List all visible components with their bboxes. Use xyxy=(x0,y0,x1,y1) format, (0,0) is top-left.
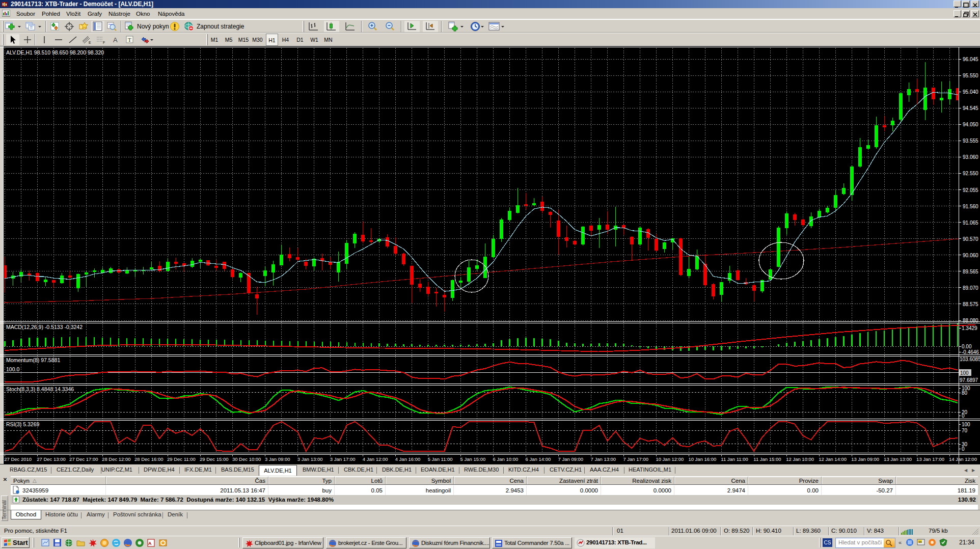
svg-text:4 Jan 16:00: 4 Jan 16:00 xyxy=(395,456,421,462)
svg-text:94.050: 94.050 xyxy=(963,122,978,127)
svg-text:5 Jan 11:00: 5 Jan 11:00 xyxy=(428,456,453,462)
svg-text:12 Jan 10:00: 12 Jan 10:00 xyxy=(786,456,814,462)
svg-text:0: 0 xyxy=(962,413,965,419)
svg-text:A: A xyxy=(148,541,152,546)
svg-text:89.070: 89.070 xyxy=(963,285,978,291)
svg-text:90.570: 90.570 xyxy=(963,236,978,242)
svg-text:ALV.DE,H1 98.510 98.650 98.20: ALV.DE,H1 98.510 98.650 98.200 98.320 xyxy=(6,49,104,56)
svg-text:28 Dec 16:00: 28 Dec 16:00 xyxy=(134,456,164,462)
svg-text:100: 100 xyxy=(962,422,970,427)
svg-text:27 Dec 17:00: 27 Dec 17:00 xyxy=(69,456,98,462)
svg-text:0.00: 0.00 xyxy=(962,344,972,349)
svg-text:95.550: 95.550 xyxy=(963,73,978,78)
svg-text:27 Dec 2010: 27 Dec 2010 xyxy=(4,456,32,462)
svg-text:70: 70 xyxy=(962,428,968,433)
svg-text:1.3429: 1.3429 xyxy=(962,325,977,331)
svg-text:11 Jan 15:00: 11 Jan 15:00 xyxy=(753,456,781,462)
svg-text:Stoch(8,3,3) 8.4848 14.3346: Stoch(8,3,3) 8.4848 14.3346 xyxy=(6,386,74,392)
svg-text:29 Dec 15:00: 29 Dec 15:00 xyxy=(200,456,229,462)
svg-text:90.060: 90.060 xyxy=(963,253,978,258)
svg-text:10 Jan 16:00: 10 Jan 16:00 xyxy=(688,456,716,462)
svg-text:3 Jan 09:00: 3 Jan 09:00 xyxy=(265,456,290,462)
svg-text:28 Dec 12:00: 28 Dec 12:00 xyxy=(102,456,131,462)
svg-text:11 Jan 11:00: 11 Jan 11:00 xyxy=(721,456,748,462)
svg-text:29 Dec 11:00: 29 Dec 11:00 xyxy=(167,456,196,462)
svg-text:-0.4646: -0.4646 xyxy=(962,349,979,355)
svg-text:99: 99 xyxy=(918,540,922,543)
svg-text:91.560: 91.560 xyxy=(963,204,978,209)
svg-text:13 Jan 09:00: 13 Jan 09:00 xyxy=(851,456,879,462)
svg-text:6 Jan 14:00: 6 Jan 14:00 xyxy=(526,456,551,462)
svg-text:100: 100 xyxy=(960,370,969,376)
svg-text:4 Jan 12:00: 4 Jan 12:00 xyxy=(363,456,388,462)
svg-text:RSI(3) 5.3269: RSI(3) 5.3269 xyxy=(6,421,40,427)
svg-text:92.055: 92.055 xyxy=(963,187,978,193)
svg-text:3 Jan 17:00: 3 Jan 17:00 xyxy=(330,456,356,462)
svg-text:91.065: 91.065 xyxy=(963,220,978,226)
svg-text:94.545: 94.545 xyxy=(963,105,978,111)
svg-text:7 Jan 17:00: 7 Jan 17:00 xyxy=(623,456,648,462)
svg-text:5 Jan 15:00: 5 Jan 15:00 xyxy=(460,456,486,462)
svg-text:14 Jan 12:00: 14 Jan 12:00 xyxy=(949,456,977,462)
svg-text:30 Dec 10:00: 30 Dec 10:00 xyxy=(232,456,261,462)
svg-text:92.550: 92.550 xyxy=(963,171,978,176)
svg-text:89.565: 89.565 xyxy=(963,269,978,274)
svg-text:27 Dec 13:00: 27 Dec 13:00 xyxy=(37,456,66,462)
svg-text:96.045: 96.045 xyxy=(963,57,978,62)
svg-text:88.575: 88.575 xyxy=(963,301,978,307)
svg-text:103.6085: 103.6085 xyxy=(960,356,980,362)
svg-text:93.555: 93.555 xyxy=(963,138,978,144)
svg-text:Momentum(8) 97.5881: Momentum(8) 97.5881 xyxy=(6,357,60,363)
svg-text:6 Jan 10:00: 6 Jan 10:00 xyxy=(493,456,519,462)
svg-text:97.6897: 97.6897 xyxy=(960,377,978,383)
svg-text:13 Jan 13:00: 13 Jan 13:00 xyxy=(884,456,912,462)
svg-text:95.040: 95.040 xyxy=(963,89,978,95)
svg-text:MACD(12,26,9) -0.5133 -0.3242: MACD(12,26,9) -0.5133 -0.3242 xyxy=(6,324,83,330)
svg-text:12 Jan 14:00: 12 Jan 14:00 xyxy=(819,456,847,462)
svg-text:3 Jan 13:00: 3 Jan 13:00 xyxy=(297,456,323,462)
svg-text:7 Jan 09:00: 7 Jan 09:00 xyxy=(558,456,584,462)
svg-text:7 Jan 13:00: 7 Jan 13:00 xyxy=(591,456,616,462)
svg-text:88.080: 88.080 xyxy=(963,318,978,323)
svg-text:10 Jan 12:00: 10 Jan 12:00 xyxy=(656,456,684,462)
svg-text:0: 0 xyxy=(962,446,965,452)
svg-text:93.060: 93.060 xyxy=(963,154,978,160)
svg-text:13 Jan 17:00: 13 Jan 17:00 xyxy=(916,456,944,462)
svg-text:100.0: 100.0 xyxy=(6,366,19,372)
svg-text:80: 80 xyxy=(962,390,968,396)
